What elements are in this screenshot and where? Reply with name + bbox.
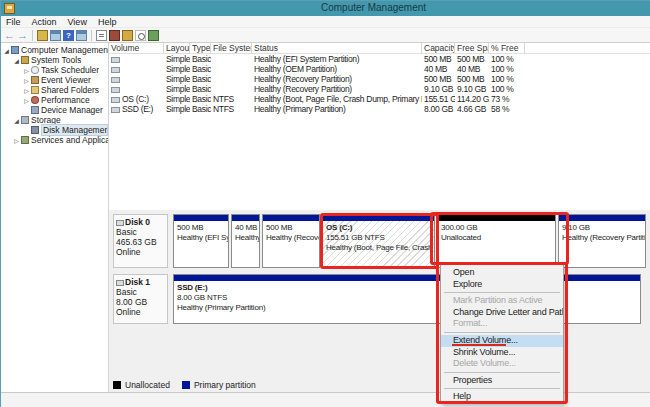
cell-free: 500 MB [455, 74, 489, 84]
window-title: Computer Management [321, 2, 426, 13]
column-header[interactable]: Volume [109, 43, 164, 53]
menu-file[interactable]: File [6, 17, 21, 27]
menu-separator [444, 388, 560, 389]
toolbar-separator [91, 30, 92, 41]
cell-filler [525, 84, 650, 94]
sidebar-item-event-viewer[interactable]: ▷Event Viewer [1, 75, 108, 85]
expander-expanded-icon[interactable]: ◢ [13, 57, 20, 64]
menu-item-change-drive-letter-and-paths[interactable]: Change Drive Letter and Paths... [441, 307, 563, 319]
sidebar-item-device-manager[interactable]: Device Manager [1, 105, 108, 115]
menu-action[interactable]: Action [32, 17, 57, 27]
console-tree: ◢Computer Management (Local◢System Tools… [1, 43, 109, 392]
cell-filler [525, 104, 650, 114]
disk-status: Online [116, 307, 165, 317]
partition-size: 9.10 GB [562, 223, 642, 233]
partition-block[interactable]: 300.00 GBUnallocated [437, 214, 556, 268]
cell-capacity: 9.10 GB [422, 84, 455, 94]
cell-free: 40 MB [455, 64, 489, 74]
disk-1-partitions: SSD (E:)8.00 GB NTFSHealthy (Primary Par… [173, 274, 641, 324]
open-folder-icon[interactable] [122, 30, 133, 41]
performance-icon [31, 96, 39, 104]
column-header[interactable]: File System [211, 43, 252, 53]
sidebar-item-computer[interactable]: ◢Computer Management (Local [1, 45, 108, 55]
expander-collapsed-icon[interactable]: ▷ [23, 97, 30, 104]
volume-row[interactable]: SimpleBasicHealthy (OEM Partition)40 MB4… [109, 64, 650, 74]
console-window-icon[interactable] [50, 30, 61, 41]
sidebar-item-task-scheduler[interactable]: ▷Task Scheduler [1, 65, 108, 75]
cell-type: Basic [190, 54, 211, 64]
menu-item-shrink-volume[interactable]: Shrink Volume... [441, 347, 563, 359]
menu-item-explore[interactable]: Explore [441, 279, 563, 291]
export-list-icon[interactable] [96, 30, 107, 41]
forward-icon[interactable]: → [17, 30, 28, 41]
partition-block[interactable]: 40 MBHealthy ( [231, 214, 260, 268]
expander-collapsed-icon[interactable]: ▷ [23, 77, 30, 84]
partition-size: 8.00 GB NTFS [177, 293, 637, 303]
partition-block[interactable]: 9.10 GBHealthy (Recovery Partition) [558, 214, 646, 268]
expander-expanded-icon[interactable]: ◢ [13, 117, 20, 124]
disk-label-1[interactable]: Disk 1Basic8.00 GBOnline [113, 274, 168, 324]
partition-size: 300.00 GB [441, 223, 552, 233]
disk-icon [116, 280, 124, 286]
partition-name: SSD (E:) [177, 283, 637, 293]
volume-row[interactable]: OS (C:)SimpleBasicNTFSHealthy (Boot, Pag… [109, 94, 650, 104]
sidebar-item-performance[interactable]: ▷Performance [1, 95, 108, 105]
tree-item-label: Task Scheduler [41, 65, 99, 75]
partition-block[interactable]: 500 MBHealthy (EFI Syste [173, 214, 229, 268]
search-icon[interactable] [135, 30, 146, 41]
column-header[interactable]: Layout [164, 43, 190, 53]
cell-filler [525, 54, 650, 64]
shared-folders-icon [31, 86, 39, 94]
cell-capacity: 8.00 GB [422, 104, 455, 114]
partition-block[interactable]: SSD (E:)8.00 GB NTFSHealthy (Primary Par… [173, 274, 641, 324]
sidebar-item-shared-folders[interactable]: ▷Shared Folders [1, 85, 108, 95]
cell-layout: Simple [164, 84, 190, 94]
tree-item-label: Shared Folders [41, 85, 99, 95]
help-icon[interactable]: ? [63, 30, 74, 41]
partition-size: 40 MB [235, 223, 256, 233]
cell-status: Healthy (Boot, Page File, Crash Dump, Pr… [252, 94, 422, 104]
volume-row[interactable]: SimpleBasicHealthy (Recovery Partition)5… [109, 74, 650, 84]
volume-row[interactable]: SimpleBasicHealthy (EFI System Partition… [109, 54, 650, 64]
disk-graph-panel: Unallocated Primary partition Disk 0Basi… [109, 210, 650, 392]
partition-status: Healthy (Recover [266, 233, 316, 243]
volume-icon [111, 77, 120, 83]
cell-free: 500 MB [455, 54, 489, 64]
settings-icon[interactable] [148, 30, 159, 41]
menu-item-open[interactable]: Open [441, 267, 563, 279]
menu-item-properties[interactable]: Properties [441, 375, 563, 387]
cell-fs [211, 54, 252, 64]
back-icon[interactable]: ← [4, 30, 15, 41]
column-header[interactable]: % Free [489, 43, 525, 53]
sidebar-item-disk-management[interactable]: Disk Management [1, 125, 108, 135]
tree-item-label: Event Viewer [41, 75, 91, 85]
show-tree-icon[interactable] [37, 30, 48, 41]
sidebar-item-system-tools[interactable]: ◢System Tools [1, 55, 108, 65]
column-header[interactable]: Type [190, 43, 211, 53]
expander-collapsed-icon[interactable]: ▷ [23, 67, 30, 74]
disk-label-0[interactable]: Disk 0Basic465.63 GBOnline [113, 214, 168, 268]
column-header[interactable]: Free Space [455, 43, 489, 53]
menu-item-help[interactable]: Help [441, 391, 563, 403]
cell-capacity: 500 MB [422, 54, 455, 64]
task-scheduler-icon [31, 66, 39, 74]
column-header[interactable]: Status [252, 43, 422, 53]
console-window2-icon[interactable] [76, 30, 87, 41]
expander-collapsed-icon[interactable]: ▷ [23, 87, 30, 94]
system-tools-icon [21, 56, 29, 64]
menu-help[interactable]: Help [98, 17, 117, 27]
partition-block[interactable]: 500 MBHealthy (Recover [262, 214, 320, 268]
partition-status: Healthy (Boot, Page File, Crash Dum [326, 243, 431, 253]
menu-item-delete-volume: Delete Volume... [441, 358, 563, 370]
menu-view[interactable]: View [68, 17, 87, 27]
column-header[interactable]: Capacity [422, 43, 455, 53]
partition-block[interactable]: OS (C:)155.51 GB NTFSHealthy (Boot, Page… [322, 214, 435, 268]
menu-item-extend-volume[interactable]: Extend Volume... [441, 335, 563, 347]
menu-separator [444, 292, 560, 293]
sidebar-item-services[interactable]: ▷Services and Applications [1, 135, 108, 145]
properties-icon[interactable] [109, 30, 120, 41]
expander-collapsed-icon[interactable]: ▷ [13, 137, 20, 144]
volume-row[interactable]: SimpleBasicHealthy (Recovery Partition)9… [109, 84, 650, 94]
expander-expanded-icon[interactable]: ◢ [3, 47, 10, 54]
volume-row[interactable]: SSD (E:)SimpleBasicNTFSHealthy (Primary … [109, 104, 650, 114]
